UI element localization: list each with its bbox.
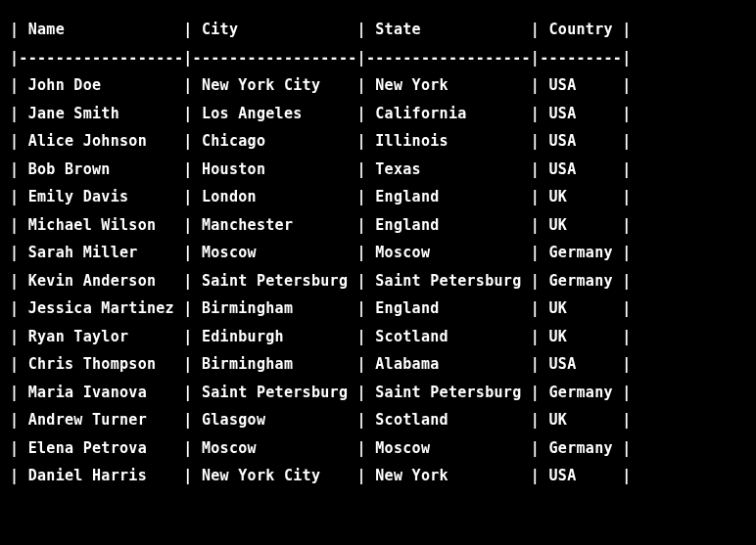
table-row: | Bob Brown | Houston | Texas | USA |: [10, 156, 746, 184]
table-row: | Elena Petrova | Moscow | Moscow | Germ…: [10, 434, 746, 463]
table-row: | Chris Thompson | Birmingham | Alabama …: [10, 350, 746, 379]
table-header-row: | Name | City | State | Country |: [10, 16, 746, 44]
ascii-table: | Name | City | State | Country ||------…: [0, 0, 756, 514]
table-row: | Kevin Anderson | Saint Petersburg | Sa…: [10, 267, 746, 295]
table-row: | Ryan Taylor | Edinburgh | Scotland | U…: [10, 323, 746, 351]
table-row: | Alice Johnson | Chicago | Illinois | U…: [10, 127, 746, 156]
table-row: | Michael Wilson | Manchester | England …: [10, 211, 746, 240]
table-row: | Maria Ivanova | Saint Petersburg | Sai…: [10, 379, 746, 407]
table-body: | John Doe | New York City | New York | …: [10, 71, 746, 490]
table-row: | Jane Smith | Los Angeles | California …: [10, 100, 746, 128]
table-row: | Jessica Martinez | Birmingham | Englan…: [10, 295, 746, 323]
table-separator: |------------------|------------------|-…: [10, 44, 746, 72]
table-row: | Andrew Turner | Glasgow | Scotland | U…: [10, 406, 746, 434]
table-row: | Daniel Harris | New York City | New Yo…: [10, 462, 746, 490]
table-row: | Emily Davis | London | England | UK |: [10, 183, 746, 211]
table-row: | John Doe | New York City | New York | …: [10, 71, 746, 100]
table-row: | Sarah Miller | Moscow | Moscow | Germa…: [10, 239, 746, 267]
